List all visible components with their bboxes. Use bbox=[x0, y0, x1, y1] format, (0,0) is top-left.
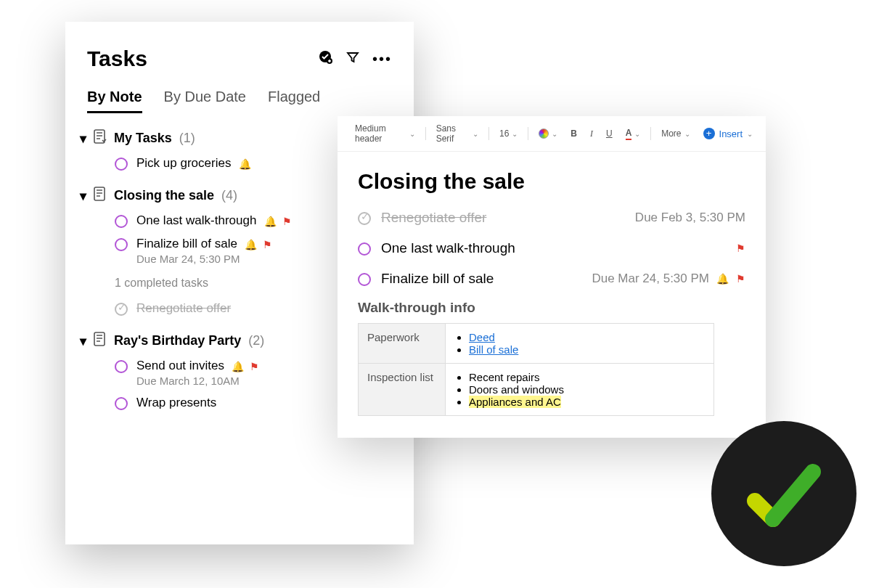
task-checkbox[interactable] bbox=[115, 397, 128, 410]
add-task-icon[interactable] bbox=[319, 50, 333, 68]
plus-icon: + bbox=[703, 128, 715, 139]
underline-button[interactable]: U bbox=[602, 128, 617, 139]
svg-rect-4 bbox=[94, 332, 105, 346]
size-dropdown[interactable]: 16⌄ bbox=[495, 128, 522, 139]
flag-icon[interactable]: ⚑ bbox=[736, 273, 745, 285]
check-badge bbox=[711, 421, 856, 566]
tasks-header: Tasks ••• bbox=[65, 22, 414, 75]
note-icon bbox=[94, 187, 107, 205]
tab-flagged[interactable]: Flagged bbox=[268, 89, 320, 113]
font-label: Sans Serif bbox=[436, 123, 470, 144]
task-text: One last walk-through bbox=[381, 240, 515, 256]
bell-icon: 🔔 bbox=[239, 158, 251, 170]
section-name: My Tasks bbox=[114, 131, 172, 146]
style-dropdown[interactable]: Medium header⌄ bbox=[351, 123, 420, 144]
note-title[interactable]: Closing the sale bbox=[358, 169, 745, 194]
table-label[interactable]: Inspection list bbox=[359, 364, 446, 416]
task-text: Renegotiate offer bbox=[381, 210, 486, 226]
separator bbox=[488, 127, 489, 140]
svg-rect-3 bbox=[94, 187, 105, 200]
task-text: Send out invites bbox=[136, 359, 224, 372]
task-text: Finalize bill of sale bbox=[381, 271, 494, 287]
more-dropdown[interactable]: More⌄ bbox=[657, 128, 694, 139]
text-color-picker[interactable]: ⌄ bbox=[534, 128, 562, 139]
checkmark-icon bbox=[740, 450, 827, 537]
size-label: 16 bbox=[499, 128, 509, 139]
color-swatch-icon bbox=[539, 128, 549, 139]
bell-icon: 🔔 bbox=[264, 216, 277, 227]
list-item: Deed bbox=[469, 331, 705, 343]
tasks-title: Tasks bbox=[87, 46, 319, 71]
table-label[interactable]: Paperwork bbox=[359, 324, 446, 364]
task-checkbox[interactable] bbox=[358, 273, 371, 286]
bell-icon: 🔔 bbox=[232, 361, 244, 372]
tab-by-note[interactable]: By Note bbox=[87, 89, 142, 113]
table-cell[interactable]: Deed Bill of sale bbox=[446, 324, 714, 364]
filter-icon[interactable] bbox=[346, 51, 359, 67]
tasks-tabs: By Note By Due Date Flagged bbox=[65, 75, 414, 113]
task-checkbox[interactable] bbox=[358, 242, 371, 256]
bold-button[interactable]: B bbox=[566, 128, 581, 139]
task-row[interactable]: Renegotiate offer Due Feb 3, 5:30 PM bbox=[358, 203, 745, 233]
more-label: More bbox=[661, 128, 681, 139]
task-due: Due Mar 24, 5:30 PM bbox=[592, 271, 709, 286]
task-row[interactable]: One last walk-through ⚑ bbox=[358, 233, 745, 264]
bell-icon: 🔔 bbox=[245, 239, 257, 250]
task-text: Wrap presents bbox=[136, 396, 216, 409]
info-table[interactable]: Paperwork Deed Bill of sale Inspection l… bbox=[358, 323, 714, 416]
task-checkbox[interactable] bbox=[115, 360, 128, 373]
editor-body[interactable]: Closing the sale Renegotiate offer Due F… bbox=[338, 152, 766, 438]
table-cell[interactable]: Recent repairs Doors and windows Applian… bbox=[446, 364, 714, 416]
task-text: Renegotiate offer bbox=[136, 301, 231, 315]
bell-icon[interactable]: 🔔 bbox=[716, 273, 729, 285]
more-icon[interactable]: ••• bbox=[372, 51, 392, 68]
task-text: Finalize bill of sale bbox=[136, 237, 237, 250]
list-item: Bill of sale bbox=[469, 343, 705, 356]
flag-icon: ⚑ bbox=[263, 239, 272, 250]
insert-button[interactable]: + Insert ⌄ bbox=[703, 128, 753, 139]
task-due: Due March 12, 10AM bbox=[136, 375, 259, 387]
task-due: Due Mar 24, 5:30 PM bbox=[136, 253, 272, 265]
task-checkbox[interactable] bbox=[115, 215, 128, 228]
flag-icon[interactable]: ⚑ bbox=[736, 242, 745, 254]
highlighted-text: Appliances and AC bbox=[469, 396, 561, 408]
note-icon bbox=[94, 332, 107, 350]
tab-by-due-date[interactable]: By Due Date bbox=[164, 89, 246, 113]
tasks-note-icon bbox=[94, 129, 107, 147]
list-item: Doors and windows bbox=[469, 383, 705, 396]
task-text: Pick up groceries bbox=[136, 156, 231, 170]
task-checkbox[interactable] bbox=[115, 158, 128, 171]
highlight-button[interactable]: A⌄ bbox=[621, 128, 645, 140]
section-count: (2) bbox=[248, 333, 264, 348]
editor-panel: Medium header⌄ Sans Serif⌄ 16⌄ ⌄ B I U A… bbox=[338, 116, 766, 438]
italic-button[interactable]: I bbox=[586, 128, 597, 139]
task-due: Due Feb 3, 5:30 PM bbox=[635, 211, 745, 225]
chevron-down-icon: ▾ bbox=[80, 333, 86, 349]
separator bbox=[425, 127, 426, 140]
task-checkbox[interactable] bbox=[358, 212, 371, 225]
flag-icon: ⚑ bbox=[282, 216, 292, 227]
editor-toolbar: Medium header⌄ Sans Serif⌄ 16⌄ ⌄ B I U A… bbox=[338, 116, 766, 152]
insert-label: Insert bbox=[719, 128, 743, 139]
section-count: (4) bbox=[221, 188, 237, 203]
separator bbox=[528, 127, 528, 140]
subheading[interactable]: Walk-through info bbox=[358, 300, 745, 316]
task-row[interactable]: Finalize bill of sale Due Mar 24, 5:30 P… bbox=[358, 264, 745, 294]
task-text: One last walk-through bbox=[136, 213, 256, 227]
chevron-down-icon: ▾ bbox=[80, 131, 86, 147]
section-name: Closing the sale bbox=[114, 188, 214, 203]
separator bbox=[650, 127, 651, 140]
link-deed[interactable]: Deed bbox=[469, 331, 495, 343]
font-dropdown[interactable]: Sans Serif⌄ bbox=[432, 123, 483, 144]
task-checkbox[interactable] bbox=[115, 238, 128, 251]
task-checkbox[interactable] bbox=[115, 303, 128, 316]
chevron-down-icon: ▾ bbox=[80, 188, 86, 204]
list-item: Recent repairs bbox=[469, 371, 705, 383]
link-bill-of-sale[interactable]: Bill of sale bbox=[469, 343, 518, 356]
section-name: Ray's Birthday Party bbox=[114, 333, 241, 348]
style-label: Medium header bbox=[355, 123, 406, 144]
section-count: (1) bbox=[179, 131, 195, 146]
list-item: Appliances and AC bbox=[469, 396, 705, 408]
flag-icon: ⚑ bbox=[250, 361, 259, 372]
